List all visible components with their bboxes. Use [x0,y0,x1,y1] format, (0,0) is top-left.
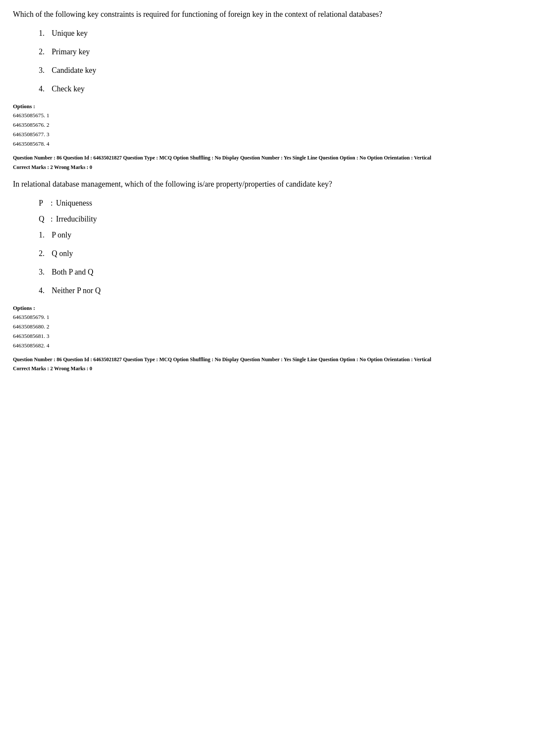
question-2-text: In relational database management, which… [13,178,521,190]
option-text: Primary key [52,47,90,56]
option-id: 64635085677. 3 [13,130,521,139]
option-ids-2: 64635085679. 1 64635085680. 2 6463508568… [13,312,521,350]
option-num: 3. [39,66,52,75]
sub-colon: : [47,215,56,224]
options-label-2: Options : [13,305,521,312]
option-id: 64635085682. 4 [13,341,521,350]
question-1-marks: Correct Marks : 2 Wrong Marks : 0 [13,164,521,171]
question-1-block: Which of the following key constraints i… [13,9,521,171]
option-num: 4. [39,84,52,94]
option-id: 64635085679. 1 [13,312,521,322]
option-id: 64635085678. 4 [13,139,521,149]
list-item: Q : Irreducibility [39,215,521,224]
sub-colon: : [47,199,56,208]
option-num: 2. [39,47,52,56]
option-text: Check key [52,84,84,94]
option-id: 64635085681. 3 [13,331,521,341]
option-id: 64635085676. 2 [13,120,521,130]
sub-option-text: Irreducibility [56,215,97,224]
sub-label: P [39,199,47,208]
option-id: 64635085680. 2 [13,322,521,331]
sub-label: Q [39,215,47,224]
list-item: 4. Neither P nor Q [39,286,521,295]
question-2-block: In relational database management, which… [13,178,521,372]
list-item: 1. Unique key [39,29,521,38]
question-2-marks: Correct Marks : 2 Wrong Marks : 0 [13,366,521,372]
option-num: 1. [39,231,52,240]
option-num: 1. [39,29,52,38]
list-item: 3. Both P and Q [39,268,521,277]
list-item: 2. Q only [39,249,521,258]
question-1-options: 1. Unique key 2. Primary key 3. Candidat… [39,29,521,94]
option-text: Q only [52,249,73,258]
option-text: Unique key [52,29,87,38]
list-item: 4. Check key [39,84,521,94]
list-item: 3. Candidate key [39,66,521,75]
list-item: 1. P only [39,231,521,240]
options-label: Options : [13,103,521,110]
option-num: 3. [39,268,52,277]
list-item: P : Uniqueness [39,199,521,208]
option-num: 4. [39,286,52,295]
sub-option-text: Uniqueness [56,199,92,208]
question-2-sub-options: P : Uniqueness Q : Irreducibility [39,199,521,224]
option-num: 2. [39,249,52,258]
option-text: P only [52,231,71,240]
option-text: Neither P nor Q [52,286,101,295]
question-2-options: 1. P only 2. Q only 3. Both P and Q 4. N… [39,231,521,295]
question-2-meta: Question Number : 86 Question Id : 64635… [13,356,521,364]
question-1-meta: Question Number : 86 Question Id : 64635… [13,154,521,162]
option-id: 64635085675. 1 [13,111,521,120]
option-ids: 64635085675. 1 64635085676. 2 6463508567… [13,111,521,149]
list-item: 2. Primary key [39,47,521,56]
option-text: Candidate key [52,66,96,75]
question-1-text: Which of the following key constraints i… [13,9,521,20]
option-text: Both P and Q [52,268,93,277]
